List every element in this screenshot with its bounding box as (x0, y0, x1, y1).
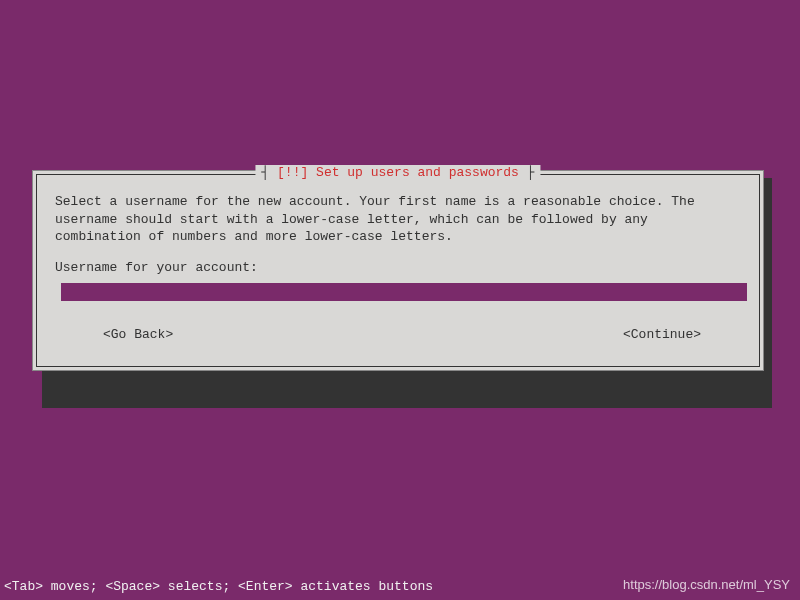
watermark-text: https://blog.csdn.net/ml_YSY (623, 577, 790, 592)
dialog-description: Select a username for the new account. Y… (55, 193, 741, 246)
setup-dialog: ┤ [!!] Set up users and passwords ├ Sele… (32, 170, 764, 371)
help-hint: <Tab> moves; <Space> selects; <Enter> ac… (4, 579, 433, 594)
title-text: Set up users and passwords (308, 165, 519, 180)
title-bracket-right: ├ (519, 165, 535, 180)
username-prompt: Username for your account: (55, 260, 741, 275)
username-input[interactable] (61, 283, 747, 301)
continue-button[interactable]: <Continue> (623, 327, 701, 342)
dialog-border: ┤ [!!] Set up users and passwords ├ Sele… (36, 174, 760, 367)
title-bracket-left: ┤ (261, 165, 277, 180)
button-row: <Go Back> <Continue> (55, 327, 741, 342)
dialog-title: ┤ [!!] Set up users and passwords ├ (255, 165, 540, 180)
go-back-button[interactable]: <Go Back> (103, 327, 173, 342)
title-priority-tag: [!!] (277, 165, 308, 180)
